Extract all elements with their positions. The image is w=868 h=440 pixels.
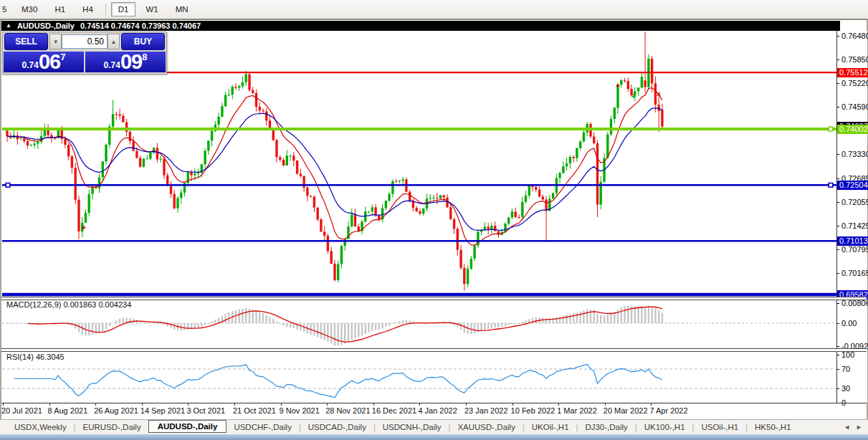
sell-price-display[interactable]: 0.74 06 7 bbox=[4, 52, 84, 72]
tab-scroll-right-icon[interactable]: ► bbox=[856, 424, 862, 431]
volume-input[interactable] bbox=[62, 34, 108, 49]
date-axis-label: 16 Dec 2021 bbox=[372, 406, 416, 415]
chart-title: AUDUSD-,Daily bbox=[17, 21, 75, 30]
sell-price-small: 0.74 bbox=[22, 59, 39, 72]
line-handle[interactable] bbox=[829, 127, 833, 131]
date-axis[interactable]: 20 Jul 20218 Aug 202126 Aug 202114 Sep 2… bbox=[2, 403, 836, 419]
date-axis-label: 7 Apr 2022 bbox=[649, 406, 687, 415]
date-tick bbox=[466, 403, 467, 406]
price-axis-label: 0.72055 bbox=[841, 198, 868, 206]
pane-splitter[interactable] bbox=[1, 348, 867, 352]
macd-axis-label: 0.00 bbox=[841, 319, 857, 327]
tab-usdcnh-daily[interactable]: USDCNH-,Daily bbox=[376, 421, 449, 433]
axis-tick bbox=[837, 369, 839, 370]
buy-price-small: 0.74 bbox=[104, 59, 120, 72]
line-handle[interactable] bbox=[829, 183, 833, 188]
tab-usdchf-daily[interactable]: USDCHF-,Daily bbox=[226, 421, 299, 433]
tab-dj30-daily[interactable]: DJ30-,Daily bbox=[578, 421, 634, 433]
price-axis-label: 0.70795 bbox=[841, 245, 868, 254]
date-tick bbox=[651, 403, 652, 406]
axis-tick bbox=[837, 83, 839, 84]
sell-button[interactable]: SELL bbox=[4, 33, 48, 50]
date-axis-label: 8 Aug 2021 bbox=[48, 406, 88, 415]
date-tick bbox=[188, 403, 189, 406]
rsi-label: RSI(14) 46.3045 bbox=[6, 353, 65, 361]
sell-price-big: 06 bbox=[39, 52, 60, 72]
axis-tick bbox=[837, 303, 839, 304]
bottom-strip bbox=[0, 434, 868, 440]
date-axis-label: 28 Nov 2021 bbox=[325, 406, 370, 415]
price-axis[interactable]: 0.764800.758500.752200.745900.733300.726… bbox=[836, 31, 867, 403]
date-tick bbox=[142, 403, 143, 406]
axis-tick bbox=[837, 249, 839, 250]
trade-marker-icon: + bbox=[616, 81, 620, 90]
timeframe-toolbar: 5M30H1H4D1W1MN bbox=[0, 0, 868, 19]
line-handle[interactable] bbox=[6, 183, 10, 188]
hline-price-badge: 0.71013 bbox=[837, 236, 868, 246]
tab-usdcad-daily[interactable]: USDCAD-,Daily bbox=[301, 421, 373, 433]
date-axis-label: 3 Oct 2021 bbox=[186, 406, 225, 415]
date-tick bbox=[49, 403, 50, 406]
rsi-axis-label: 70 bbox=[841, 365, 850, 373]
timeframe-h4[interactable]: H4 bbox=[75, 2, 100, 16]
axis-tick bbox=[837, 355, 839, 355]
date-axis-label: 20 Jul 2021 bbox=[1, 406, 42, 415]
volume-decrease-button[interactable]: ▼ bbox=[49, 34, 62, 49]
axis-tick bbox=[837, 323, 839, 324]
date-tick bbox=[558, 403, 559, 406]
trade-marker-icon: + bbox=[82, 223, 86, 231]
date-axis-label: 1 Mar 2022 bbox=[557, 406, 597, 415]
tab-eurusd-daily[interactable]: EURUSD-,Daily bbox=[76, 421, 148, 433]
axis-tick bbox=[837, 107, 839, 107]
tab-usdx-weekly[interactable]: USDX,Weekly bbox=[7, 421, 74, 433]
volume-increase-button[interactable]: ▲ bbox=[108, 34, 120, 49]
date-tick bbox=[95, 403, 96, 406]
hline-price-badge: 0.75512 bbox=[837, 68, 868, 77]
tab-ukoil-h1[interactable]: UKOil-,H1 bbox=[525, 421, 576, 433]
timeframe-w1[interactable]: W1 bbox=[138, 2, 165, 16]
date-tick bbox=[512, 403, 513, 406]
date-axis-label: 14 Sep 2021 bbox=[140, 406, 185, 415]
timeframe-mn[interactable]: MN bbox=[168, 2, 196, 16]
tab-scroll-left-icon[interactable]: ◄ bbox=[844, 424, 850, 431]
trade-marker-icon: × bbox=[657, 90, 661, 98]
axis-tick bbox=[837, 36, 839, 37]
sell-price-sup: 7 bbox=[60, 53, 65, 62]
one-click-trade-panel: SELL ▼ ▲ BUY 0.74 06 7 0.74 09 8 bbox=[2, 32, 167, 75]
pane-splitter[interactable] bbox=[1, 297, 867, 300]
axis-tick bbox=[837, 273, 839, 274]
date-axis-label: 10 Feb 2022 bbox=[511, 406, 555, 415]
tab-xauusd-daily[interactable]: XAUUSD-,Daily bbox=[450, 421, 523, 433]
tab-usoil-h1[interactable]: USOil-,H1 bbox=[694, 421, 745, 433]
timeframe-h1[interactable]: H1 bbox=[47, 2, 72, 16]
price-axis-label: 0.71425 bbox=[841, 221, 868, 230]
tab-audusd-daily[interactable]: AUDUSD-,Daily bbox=[148, 420, 227, 433]
date-tick bbox=[3, 403, 4, 406]
tab-hk50-h1[interactable]: HK50-,H1 bbox=[748, 421, 798, 433]
hline-price-badge: 0.72504 bbox=[837, 181, 868, 190]
date-axis-label: 21 Oct 2021 bbox=[233, 406, 276, 415]
buy-price-display[interactable]: 0.74 09 8 bbox=[85, 52, 166, 72]
timeframe-d1[interactable]: D1 bbox=[111, 2, 136, 16]
chart-ohlc-values: 0.74514 0.74674 0.73963 0.74067 bbox=[80, 21, 201, 30]
price-axis-label: 0.75850 bbox=[841, 55, 868, 64]
buy-price-big: 09 bbox=[120, 52, 142, 72]
date-tick bbox=[605, 403, 606, 406]
axis-tick bbox=[837, 154, 839, 155]
date-axis-label: 23 Jan 2022 bbox=[464, 406, 508, 415]
date-tick bbox=[234, 403, 235, 406]
timeframe-m30[interactable]: M30 bbox=[14, 2, 44, 16]
timeframe-5[interactable]: 5 bbox=[0, 2, 11, 16]
trade-panel-controls: SELL ▼ ▲ BUY bbox=[3, 32, 166, 51]
trade-panel-prices: 0.74 06 7 0.74 09 8 bbox=[3, 51, 166, 73]
date-tick bbox=[373, 403, 374, 406]
toolbar-separator bbox=[105, 4, 106, 15]
price-axis-label: 0.74590 bbox=[841, 102, 868, 111]
collapse-chart-icon[interactable]: ▲ bbox=[6, 21, 11, 31]
bottom-tabbar: USDX,Weekly|EURUSD-,DailyAUDUSD-,DailyUS… bbox=[0, 419, 868, 434]
rsi-axis-label: 30 bbox=[841, 384, 850, 393]
price-axis-label: 0.75220 bbox=[841, 79, 868, 87]
date-axis-label: 20 Mar 2022 bbox=[604, 406, 648, 415]
buy-button[interactable]: BUY bbox=[121, 33, 165, 50]
tab-uk100-h1[interactable]: UK100-,H1 bbox=[637, 421, 692, 433]
